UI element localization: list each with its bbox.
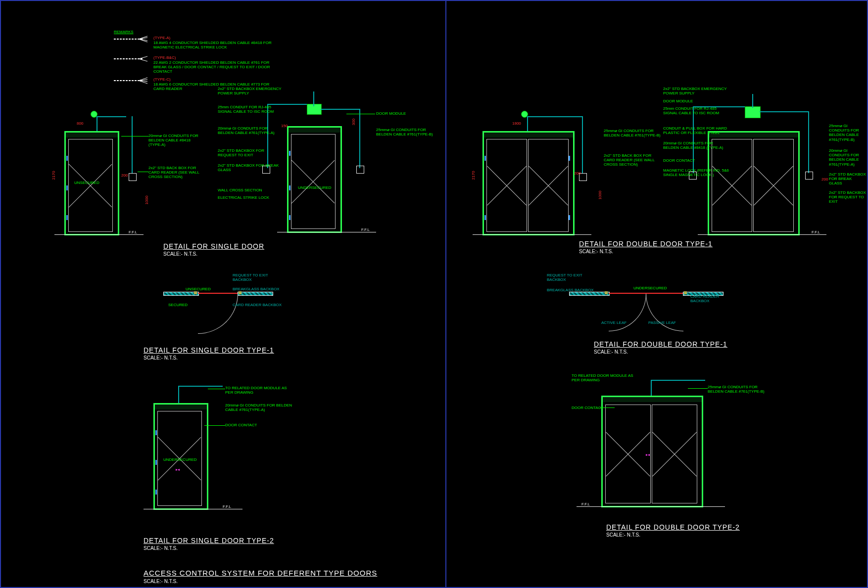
floor-line (698, 234, 826, 235)
hinge-icon (66, 156, 68, 161)
ann-cr-bb: CARD READER BACKBOX (690, 294, 737, 303)
cad-drawing-canvas: REMARKS (TYPE-A) 18 AWG 4 CONDUCTOR SHIE… (0, 0, 868, 588)
leader-line (204, 425, 225, 426)
ann-passive: PASSIVE LEAF (648, 320, 678, 325)
hinge-icon (289, 215, 290, 220)
legend-desc-bc: 22 AWG 2 CONDUCTOR SHIELDED BELDEN CABLE… (153, 60, 282, 74)
single-door-left-elev: F.F.L UNSECURED (59, 126, 139, 237)
ann-secured: SECURED (168, 303, 188, 307)
door-module-icon (307, 104, 322, 115)
hinge-icon (569, 156, 570, 161)
conduit (96, 116, 126, 117)
unsecured-label: UNSECURED (74, 181, 99, 185)
door-panel (291, 134, 336, 229)
main-title: ACCESS CONTROL SYSTEM FOR DEFERENT TYPE … (144, 569, 377, 577)
ffl-label: F.F.L (812, 230, 820, 234)
dim-off: 200 (121, 173, 128, 178)
ffl-label: F.F.L (581, 502, 590, 506)
ann-wallcross: WALL CROSS SECTION (218, 188, 282, 192)
conduit (651, 380, 705, 381)
conduit (760, 111, 809, 112)
detail-scale: SCALE:- N.T.S. (144, 355, 178, 361)
device-icon (194, 291, 197, 294)
ann-maglock: MAGNETIC LOCK (REFER IND. 5&6 SINGLE MAG… (663, 168, 732, 177)
dim-width: 800 (77, 121, 83, 126)
ann-bg-r: 2x2" STD BACKBOX FOR BREAK GLASS (829, 172, 866, 186)
legend-block: REMARKS (TYPE-A) 18 AWG 4 CONDUCTOR SHIE… (114, 30, 337, 34)
dim-h: 1000 (598, 191, 602, 200)
hinge-icon (155, 430, 157, 435)
ann-cr-bb: CARD READER BACKBOX (233, 303, 282, 307)
ann-conduit20r: 20mmø GI CONDUITS FOR BELDEN CABLE #761(… (829, 148, 866, 167)
ann-dm: DOOR MODULE (663, 99, 727, 103)
conduit (693, 106, 694, 173)
detail-title: DETAIL FOR SINGLE DOOR TYPE-2 (144, 537, 274, 544)
hinge-icon (66, 185, 68, 190)
detail-scale: SCALE:- N.T.S. (144, 545, 178, 551)
hinge-icon (155, 490, 157, 495)
hinge-icon (289, 151, 290, 156)
detail-scale: SCALE:- N.T.S. (163, 251, 197, 257)
ann-conduit20: 20mmø GI CONDUITS FOR BELDEN CABLE #8418… (148, 134, 203, 147)
door-panel (68, 139, 113, 232)
floor-line (277, 232, 376, 232)
legend-tag-bc: (TYPE-B&C) (153, 55, 176, 60)
swing-arc (198, 294, 238, 334)
detail-title: DETAIL FOR DOUBLE DOOR TYPE-2 (606, 523, 740, 531)
door-module-icon (745, 106, 761, 118)
border-left (0, 0, 1, 588)
ann-rex-bb: REQUEST TO EXIT BACKBOX (547, 273, 594, 282)
ann-backbox-cr: 2x2" STD BACK BOX FOR CARD READER (SEE W… (148, 166, 208, 180)
door-panel (712, 139, 752, 232)
card-reader-box-icon (129, 173, 137, 181)
conduit (178, 386, 223, 387)
cable-fan-icon (139, 36, 148, 43)
ann-backbox-cr: 2x2" STD BACK BOX FOR CARD READER (SEE W… (604, 153, 663, 167)
ann-conduit25: 25mmø GI CONDUITS FOR BELDEN CABLE #761(… (708, 385, 772, 394)
detail-scale: SCALE:- N.T.S. (606, 532, 640, 538)
center-divider (445, 0, 446, 588)
conduit (321, 109, 360, 110)
mark-icon: ▸◂ (646, 452, 650, 457)
ann-conduit20: 20mmø GI CONDUITS FOR BELDEN CABLE #8418… (663, 141, 727, 150)
bg-box-icon (356, 166, 364, 174)
hinge-icon (289, 185, 290, 190)
ann-pullbox: CONDUIT & PULL BOX FOR HARD PLASTIC OR F… (663, 126, 727, 135)
door-panel (486, 139, 527, 232)
detail-title: DETAIL FOR SINGLE DOOR TYPE-1 (144, 346, 274, 354)
leader-line (600, 407, 615, 408)
leader-line (346, 114, 375, 114)
door-panel (753, 139, 794, 232)
hinge-icon (484, 215, 486, 220)
device-icon (605, 291, 608, 294)
ann-emg: 2x2" STD BACKBOX EMERGENCY POWER SUPPLY (663, 87, 727, 95)
door-panel (528, 139, 569, 232)
ann-rex: 2x2" STD BACKBOX FOR REQUEST TO EXIT (218, 148, 282, 157)
conduit (527, 116, 528, 131)
cable-fan-icon (139, 55, 148, 62)
undersecured-label: UNDERSECURED (298, 185, 332, 190)
ann-bg: 2x2" STD BACKBOX FOR BREAK GLASS (218, 163, 282, 172)
ann-bg-bb: BREAKGLASS BACKBOX (547, 288, 594, 292)
conduit (808, 111, 809, 173)
conduit (96, 116, 97, 131)
floor-line (54, 234, 144, 235)
hinge-icon (569, 215, 570, 220)
ann-undersec: UNDERSECURED (633, 286, 667, 290)
ann-conduit25b: 25mmø GI CONDUITS FOR BELDEN CABLE #761(… (376, 128, 435, 136)
floor-line (577, 506, 725, 507)
ann-signal: 25mm CONDUIT FOR RJ-485 SIGNAL CABLE TO … (663, 106, 727, 115)
legend-tag-a: (TYPE-A) (153, 36, 170, 40)
conduit (752, 94, 753, 108)
ann-related: TO RELATED DOOR MODULE AS PER DRAWING (225, 386, 294, 395)
conduit (582, 116, 583, 173)
device-icon (684, 291, 687, 294)
ann-dc: DOOR CONTACT (663, 158, 727, 163)
cable-fan-icon (139, 77, 148, 84)
single-door-type2: F.F.L UNDERSECURED ▸◂ (148, 398, 238, 517)
sensor-icon (521, 111, 528, 118)
wall (238, 292, 273, 296)
detail-scale: SCALE:- N.T.S. (594, 349, 628, 355)
detail-title: DETAIL FOR SINGLE DOOR (163, 242, 264, 250)
leader-line (208, 389, 225, 389)
